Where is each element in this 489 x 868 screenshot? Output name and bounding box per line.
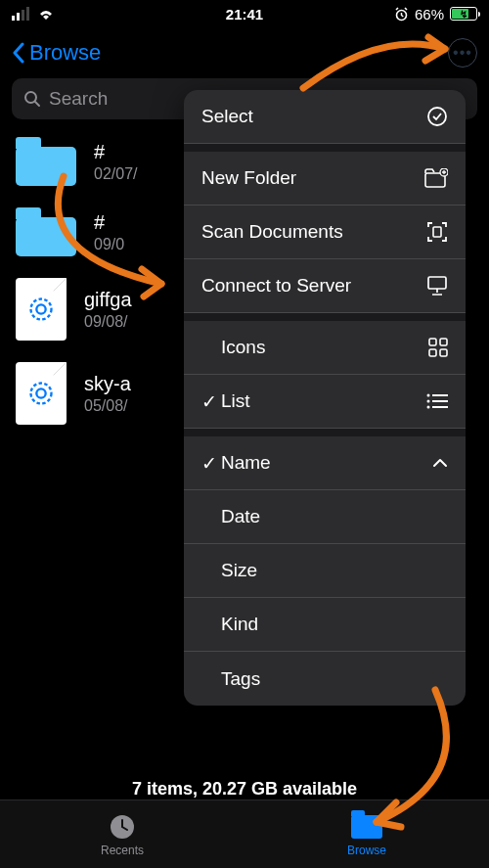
svg-point-6 [31, 299, 52, 320]
battery-percent: 66% [415, 6, 444, 23]
more-button[interactable]: ••• [448, 38, 477, 68]
signal-icon [12, 7, 31, 21]
folder-icon [16, 207, 76, 256]
chevron-up-icon [432, 458, 448, 468]
svg-point-9 [36, 388, 45, 397]
chevron-left-icon [12, 42, 25, 64]
status-bar: 21:41 66% ↯ [0, 0, 489, 27]
svg-rect-16 [440, 339, 447, 345]
tab-bar: Recents Browse [0, 799, 489, 868]
svg-rect-14 [428, 277, 446, 289]
svg-point-8 [31, 384, 52, 404]
gear-icon [27, 296, 55, 323]
alarm-icon [394, 7, 409, 22]
search-placeholder: Search [49, 88, 108, 110]
svg-rect-0 [12, 16, 15, 21]
tab-label: Browse [347, 844, 386, 857]
server-icon [426, 276, 448, 296]
new-folder-icon [424, 168, 448, 188]
context-menu: Select New Folder Scan Documents Connect… [184, 90, 466, 706]
list-icon [426, 393, 448, 409]
menu-sort-size[interactable]: Size [184, 544, 466, 598]
svg-rect-15 [429, 339, 436, 345]
svg-point-21 [427, 400, 430, 403]
tab-browse[interactable]: Browse [244, 800, 489, 868]
menu-sort-name[interactable]: ✓ Name [184, 436, 466, 490]
svg-rect-2 [22, 10, 24, 21]
checkmark-icon: ✓ [201, 452, 221, 475]
svg-rect-24 [432, 406, 448, 408]
grid-icon [428, 338, 448, 357]
file-icon [16, 278, 67, 341]
svg-rect-20 [432, 394, 448, 396]
svg-rect-22 [432, 400, 448, 402]
menu-scan-documents[interactable]: Scan Documents [184, 206, 466, 259]
checkmark-circle-icon [426, 106, 448, 127]
menu-connect-server[interactable]: Connect to Server [184, 259, 466, 313]
nav-bar: Browse ••• [0, 27, 489, 78]
gear-icon [27, 380, 55, 407]
svg-rect-17 [429, 349, 436, 356]
menu-select[interactable]: Select [184, 90, 466, 144]
svg-point-19 [427, 394, 430, 397]
svg-rect-18 [440, 349, 447, 356]
status-time: 21:41 [226, 6, 263, 23]
menu-sort-date[interactable]: Date [184, 490, 466, 544]
tab-recents[interactable]: Recents [0, 800, 244, 868]
file-icon [16, 362, 67, 425]
clock-icon [109, 813, 136, 841]
svg-rect-1 [17, 13, 20, 21]
svg-rect-13 [433, 227, 441, 237]
checkmark-icon: ✓ [201, 390, 221, 413]
menu-sort-tags[interactable]: Tags [184, 652, 466, 706]
svg-point-23 [427, 406, 430, 409]
back-label: Browse [29, 40, 101, 66]
back-button[interactable]: Browse [12, 40, 101, 66]
folder-icon [351, 815, 382, 839]
battery-icon: ↯ [450, 7, 477, 21]
menu-new-folder[interactable]: New Folder [184, 152, 466, 206]
svg-point-10 [428, 108, 446, 125]
svg-rect-3 [26, 7, 29, 21]
folder-icon [16, 137, 76, 186]
menu-view-icons[interactable]: Icons [184, 321, 466, 375]
footer-storage-info: 7 items, 20.27 GB available [0, 779, 489, 799]
svg-point-7 [36, 304, 45, 313]
wifi-icon [37, 7, 55, 21]
menu-view-list[interactable]: ✓ List [184, 375, 466, 429]
scan-icon [426, 221, 448, 243]
ellipsis-icon: ••• [453, 44, 472, 62]
search-icon [23, 90, 41, 108]
menu-sort-kind[interactable]: Kind [184, 598, 466, 652]
tab-label: Recents [101, 844, 144, 857]
